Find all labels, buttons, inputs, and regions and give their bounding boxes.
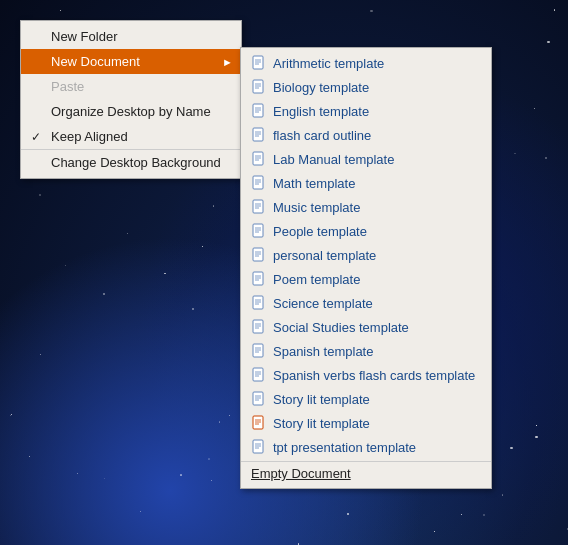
paste-label: Paste <box>51 79 84 94</box>
submenu-item-music[interactable]: Music template <box>241 195 491 219</box>
submenu-item-spanish-verbs[interactable]: Spanish verbs flash cards template <box>241 363 491 387</box>
flash-card-label: flash card outline <box>273 128 371 143</box>
doc-icon <box>251 343 267 359</box>
svg-rect-36 <box>253 272 263 285</box>
submenu-item-spanish[interactable]: Spanish template <box>241 339 491 363</box>
svg-rect-8 <box>253 104 263 117</box>
doc-icon <box>251 151 267 167</box>
biology-label: Biology template <box>273 80 369 95</box>
poem-label: Poem template <box>273 272 360 287</box>
svg-rect-0 <box>253 56 263 69</box>
svg-rect-64 <box>253 440 263 453</box>
keep-aligned-label: Keep Aligned <box>51 129 128 144</box>
submenu-item-empty-doc[interactable]: Empty Document <box>241 461 491 485</box>
svg-rect-60 <box>253 416 263 429</box>
svg-rect-4 <box>253 80 263 93</box>
svg-rect-24 <box>253 200 263 213</box>
submenu-item-arithmetic[interactable]: Arithmetic template <box>241 51 491 75</box>
submenu-item-english[interactable]: English template <box>241 99 491 123</box>
submenu-arrow-icon: ► <box>222 56 233 68</box>
submenu-item-science[interactable]: Science template <box>241 291 491 315</box>
submenu-item-lab-manual[interactable]: Lab Manual template <box>241 147 491 171</box>
doc-icon <box>251 79 267 95</box>
menu-item-new-folder[interactable]: New Folder <box>21 24 241 49</box>
music-label: Music template <box>273 200 360 215</box>
menu-item-new-document[interactable]: New Document ► <box>21 49 241 74</box>
submenu-item-social-studies[interactable]: Social Studies template <box>241 315 491 339</box>
social-studies-label: Social Studies template <box>273 320 409 335</box>
new-folder-label: New Folder <box>51 29 117 44</box>
submenu-item-people[interactable]: People template <box>241 219 491 243</box>
svg-rect-48 <box>253 344 263 357</box>
doc-icon <box>251 439 267 455</box>
doc-icon <box>251 391 267 407</box>
doc-icon <box>251 55 267 71</box>
svg-rect-20 <box>253 176 263 189</box>
svg-rect-44 <box>253 320 263 333</box>
svg-rect-28 <box>253 224 263 237</box>
doc-icon <box>251 295 267 311</box>
organize-label: Organize Desktop by Name <box>51 104 211 119</box>
submenu-item-story-lit-2[interactable]: Story lit template <box>241 411 491 435</box>
doc-icon-special <box>251 415 267 431</box>
personal-label: personal template <box>273 248 376 263</box>
menu-item-keep-aligned[interactable]: ✓ Keep Aligned <box>21 124 241 149</box>
arithmetic-label: Arithmetic template <box>273 56 384 71</box>
svg-rect-12 <box>253 128 263 141</box>
people-label: People template <box>273 224 367 239</box>
doc-icon <box>251 247 267 263</box>
svg-rect-16 <box>253 152 263 165</box>
checkmark-icon: ✓ <box>31 130 41 144</box>
story-lit-2-label: Story lit template <box>273 416 370 431</box>
submenu-item-flash-card[interactable]: flash card outline <box>241 123 491 147</box>
new-document-label: New Document <box>51 54 140 69</box>
doc-icon <box>251 103 267 119</box>
svg-rect-52 <box>253 368 263 381</box>
submenu-item-poem[interactable]: Poem template <box>241 267 491 291</box>
menu-item-change-bg[interactable]: Change Desktop Background <box>21 149 241 175</box>
doc-icon <box>251 199 267 215</box>
submenu-item-story-lit-1[interactable]: Story lit template <box>241 387 491 411</box>
submenu: Arithmetic template Biology template <box>240 47 492 489</box>
change-bg-label: Change Desktop Background <box>51 155 221 170</box>
svg-rect-56 <box>253 392 263 405</box>
svg-rect-40 <box>253 296 263 309</box>
context-menu-wrapper: New Folder New Document ► Paste Organize… <box>20 20 242 179</box>
context-menu-main: New Folder New Document ► Paste Organize… <box>20 20 242 179</box>
submenu-item-tpt[interactable]: tpt presentation template <box>241 435 491 459</box>
doc-icon <box>251 271 267 287</box>
empty-doc-label: Empty Document <box>251 466 351 481</box>
menu-item-organize[interactable]: Organize Desktop by Name <box>21 99 241 124</box>
lab-manual-label: Lab Manual template <box>273 152 394 167</box>
doc-icon <box>251 127 267 143</box>
spanish-label: Spanish template <box>273 344 373 359</box>
doc-icon <box>251 367 267 383</box>
doc-icon <box>251 175 267 191</box>
english-label: English template <box>273 104 369 119</box>
submenu-item-biology[interactable]: Biology template <box>241 75 491 99</box>
story-lit-1-label: Story lit template <box>273 392 370 407</box>
doc-icon <box>251 223 267 239</box>
menu-item-paste[interactable]: Paste <box>21 74 241 99</box>
science-label: Science template <box>273 296 373 311</box>
svg-rect-32 <box>253 248 263 261</box>
submenu-item-math[interactable]: Math template <box>241 171 491 195</box>
tpt-label: tpt presentation template <box>273 440 416 455</box>
spanish-verbs-label: Spanish verbs flash cards template <box>273 368 475 383</box>
submenu-item-personal[interactable]: personal template <box>241 243 491 267</box>
doc-icon <box>251 319 267 335</box>
math-label: Math template <box>273 176 355 191</box>
